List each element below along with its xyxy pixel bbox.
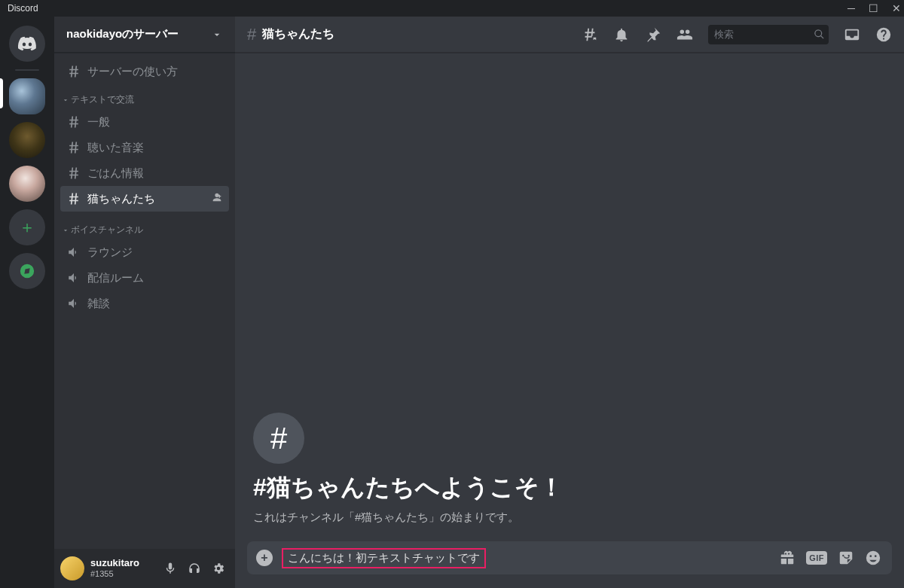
welcome-hash-badge: # (253, 413, 304, 464)
channel-general[interactable]: 一般 (60, 109, 229, 135)
message-input[interactable]: こんにちは！初テキストチャットです (282, 548, 486, 568)
invite-people-icon[interactable] (211, 191, 223, 206)
channel-server-guide[interactable]: サーバーの使い方 (60, 59, 229, 84)
explore-servers-button[interactable] (9, 253, 45, 289)
hash-icon (66, 114, 81, 129)
headphones-icon (188, 562, 201, 575)
gif-button[interactable]: GIF (806, 551, 827, 565)
window-controls: ─ ☐ ✕ (848, 0, 901, 17)
gear-icon (212, 562, 225, 575)
close-button[interactable]: ✕ (892, 0, 901, 17)
hash-icon (66, 140, 81, 155)
server-item-3[interactable] (9, 166, 45, 202)
mute-button[interactable] (160, 558, 181, 579)
hash-icon (66, 64, 81, 79)
user-panel: suzukitaro #1355 (54, 549, 235, 588)
compass-icon (19, 263, 35, 279)
channel-cats[interactable]: 猫ちゃんたち (60, 186, 229, 212)
messages-area: # #猫ちゃんたちへようこそ！ これはチャンネル「#猫ちゃんたち」の始まりです。… (235, 53, 904, 588)
home-button[interactable] (9, 26, 45, 62)
search-icon (814, 29, 825, 43)
voice-stream[interactable]: 配信ルーム (60, 265, 229, 291)
category-voice[interactable]: ボイスチャンネル (60, 212, 229, 239)
plus-icon: + (261, 551, 267, 565)
server-header[interactable]: naokidayoのサーバー (54, 17, 235, 53)
channel-header: # 猫ちゃんたち (235, 17, 904, 53)
attach-button[interactable]: + (256, 550, 273, 566)
server-item-2[interactable] (9, 122, 45, 158)
titlebar: Discord ─ ☐ ✕ (0, 0, 904, 17)
pinned-button[interactable] (645, 26, 661, 43)
plus-icon: ＋ (19, 216, 35, 239)
sticker-button[interactable] (838, 550, 854, 566)
server-avatar (9, 122, 45, 158)
channel-title: 猫ちゃんたち (262, 26, 334, 42)
inbox-button[interactable] (844, 26, 860, 43)
channel-welcome: # #猫ちゃんたちへようこそ！ これはチャンネル「#猫ちゃんたち」の始まりです。 (247, 413, 892, 541)
members-button[interactable] (676, 26, 693, 43)
category-text[interactable]: テキストで交流 (60, 84, 229, 109)
minimize-button[interactable]: ─ (848, 0, 855, 17)
speaker-icon (66, 271, 81, 285)
notifications-button[interactable] (613, 26, 630, 43)
gift-icon (779, 550, 796, 566)
server-name: naokidayoのサーバー (66, 27, 179, 41)
sticker-icon (838, 550, 854, 566)
channel-sidebar: naokidayoのサーバー サーバーの使い方 テキストで交流 一般 聴いた音楽 (54, 17, 235, 588)
welcome-subtitle: これはチャンネル「#猫ちゃんたち」の始まりです。 (253, 510, 892, 525)
chevron-down-icon (62, 96, 69, 104)
pin-icon (645, 26, 661, 43)
inbox-icon (844, 26, 860, 43)
deafen-button[interactable] (184, 558, 205, 579)
voice-lounge[interactable]: ラウンジ (60, 239, 229, 265)
discord-logo-icon (17, 34, 37, 53)
threads-button[interactable] (582, 26, 598, 43)
username: suzukitaro (90, 558, 139, 569)
members-icon (676, 26, 693, 43)
message-composer: + こんにちは！初テキストチャットです GIF (247, 541, 892, 574)
add-server-button[interactable]: ＋ (9, 209, 45, 245)
chevron-down-icon (62, 227, 69, 234)
user-settings-button[interactable] (208, 558, 229, 579)
chevron-down-icon (211, 29, 223, 41)
server-avatar (9, 166, 45, 202)
mic-icon (163, 562, 177, 575)
maximize-button[interactable]: ☐ (869, 0, 878, 17)
help-button[interactable] (875, 26, 892, 43)
bell-icon (613, 26, 630, 43)
gift-button[interactable] (779, 550, 796, 566)
hash-icon: # (247, 25, 256, 44)
chat-main: # 猫ちゃんたち # #猫ちゃんたちへようこそ！ これはチャンネル「#猫ち (235, 17, 904, 588)
hash-icon (66, 166, 81, 181)
speaker-icon (66, 245, 81, 259)
hash-icon (66, 191, 81, 206)
emoji-icon (865, 550, 881, 566)
emoji-button[interactable] (865, 550, 881, 566)
search-box[interactable] (708, 25, 829, 44)
guild-separator (15, 69, 39, 71)
channel-food[interactable]: ごはん情報 (60, 160, 229, 186)
channel-list: サーバーの使い方 テキストで交流 一般 聴いた音楽 ごはん情報 猫ちゃんたち (54, 53, 235, 549)
search-input[interactable] (708, 25, 829, 44)
threads-icon (582, 26, 598, 43)
server-avatar (9, 78, 45, 114)
speaker-icon (66, 297, 81, 310)
message-input-wrap[interactable]: こんにちは！初テキストチャットです (282, 548, 486, 568)
voice-chat[interactable]: 雑談 (60, 291, 229, 316)
server-list: ＋ (0, 17, 54, 588)
user-name-block[interactable]: suzukitaro #1355 (90, 558, 139, 579)
welcome-title: #猫ちゃんたちへようこそ！ (253, 471, 892, 504)
user-avatar[interactable] (60, 556, 84, 580)
app-title: Discord (8, 3, 38, 14)
hash-icon: # (270, 422, 287, 455)
server-item-1[interactable] (9, 78, 45, 114)
user-tag: #1355 (90, 569, 139, 579)
selection-pill (0, 78, 3, 108)
help-icon (875, 26, 892, 43)
channel-music[interactable]: 聴いた音楽 (60, 135, 229, 160)
